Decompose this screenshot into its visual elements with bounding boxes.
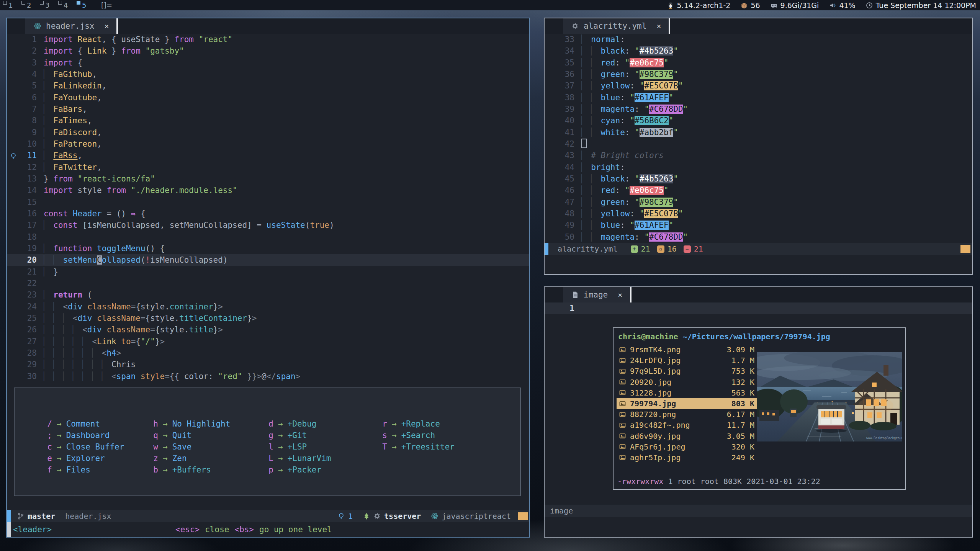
workspace-3[interactable]: 3 <box>39 0 57 10</box>
lf-file-info: -rwxrwxrwx 1 root root 803K 2021-03-01 2… <box>617 477 820 486</box>
lf-file-manager-panel: chris@machine ~/Pictures/wallpapers/7997… <box>613 327 906 490</box>
file-row[interactable]: 9rsmTK4.png3.09 M <box>617 344 757 355</box>
file-row[interactable]: 31228.jpg563 K <box>617 387 757 398</box>
code-line: 26▏ ▏ ▏ ▏ <div className={style.title}> <box>7 324 529 335</box>
code-line: 9▏ FaDiscord, <box>7 127 529 138</box>
tab-caret <box>669 18 670 34</box>
close-icon[interactable]: × <box>656 21 661 31</box>
statusline-filename: image <box>550 506 573 515</box>
code-line: 5▏ FaLinkedin, <box>7 80 529 92</box>
whichkey-item[interactable]: w→Save <box>153 441 230 453</box>
tab-header-jsx[interactable]: header.jsx × <box>25 18 116 34</box>
package-icon: 56 <box>740 1 760 10</box>
whichkey-item[interactable]: /→Comment <box>47 418 124 430</box>
code-line: 28▏ ▏ ▏ ▏ ▏ ▏ <h4> <box>7 347 529 359</box>
tab-image[interactable]: image × <box>563 287 630 302</box>
whichkey-item[interactable]: p→+Packer <box>268 464 331 476</box>
top-status-bar: 12345 []= 5.14.2-arch1-2569.6Gi/31Gi41%T… <box>0 0 980 10</box>
code-buffer-alacritty-yml[interactable]: 33▏ normal:34▏ ▏ black: "#4b5263"35▏ ▏ r… <box>545 34 972 243</box>
git-added-icon: + <box>631 245 638 253</box>
git-branch-icon <box>17 512 25 520</box>
tab-title: alacritty.yml <box>584 21 646 31</box>
diagnostic-count: 1 <box>348 512 353 521</box>
git-removed-icon: − <box>684 245 691 253</box>
whichkey-item[interactable]: ;→Dashboard <box>47 430 124 441</box>
code-line: 7▏ FaBars, <box>7 103 529 115</box>
whichkey-item[interactable]: e→Explorer <box>47 453 124 464</box>
volume-icon <box>829 2 836 9</box>
workspace-5[interactable]: 5 <box>76 0 94 10</box>
whichkey-item[interactable]: b→+Buffers <box>153 464 230 476</box>
whichkey-item[interactable]: h→No Highlight <box>153 418 230 430</box>
whichkey-item[interactable]: z→Zen <box>153 453 230 464</box>
whichkey-item[interactable]: L→+LunarVim <box>268 453 331 464</box>
code-line: 16const Header = () ⇒ { <box>7 208 529 219</box>
whichkey-item[interactable]: s→+Search <box>382 430 455 441</box>
whichkey-item[interactable]: c→Close Buffer <box>47 441 124 453</box>
lf-file-list: 9rsmTK4.png3.09 M24LrDFQ.jpg1.7 M97q9L5D… <box>617 344 757 463</box>
image-file-icon <box>619 454 626 461</box>
code-line: 25▏ ▏ ▏ <div className={style.titleConta… <box>7 312 529 324</box>
code-line: 50▏ ▏ magenta: "#C678DD" <box>545 231 972 243</box>
git-added-count: 21 <box>641 244 650 253</box>
scroll-indicator <box>518 512 528 520</box>
clock-icon: Tue September 14 12:00PM <box>865 1 976 10</box>
close-icon[interactable]: × <box>104 21 109 31</box>
code-line: 30▏ ▏ ▏ ▏ ▏ ▏ ▏ <span style={{ color: "r… <box>7 371 529 382</box>
lsp-gear-icon <box>373 512 381 520</box>
whichkey-item[interactable]: g→+Git <box>268 430 331 441</box>
file-row[interactable]: 20920.jpg132 K <box>617 377 757 387</box>
file-row[interactable]: AFq5r6j.jpeg320 K <box>617 441 757 452</box>
file-row[interactable]: 24LrDFQ.jpg1.7 M <box>617 355 757 366</box>
whichkey-item[interactable]: q→Quit <box>153 430 230 441</box>
editor-window-top-right: alacritty.yml × 33▏ normal:34▏ ▏ black: … <box>544 18 973 275</box>
file-row[interactable]: 799794.jpg803 K <box>617 398 757 409</box>
whichkey-item[interactable]: r→+Replace <box>382 418 455 430</box>
code-line: 11▏ FaRss, <box>7 150 529 161</box>
close-icon[interactable]: × <box>618 290 622 299</box>
code-line: 19▏ function toggleMenu() { <box>7 243 529 254</box>
file-row[interactable]: 882720.png6.17 M <box>617 409 757 420</box>
code-buffer-header-jsx[interactable]: 1import React, { useState } from "react"… <box>7 34 529 382</box>
workspace-2[interactable]: 2 <box>21 0 39 10</box>
gear-icon <box>571 22 579 30</box>
file-row[interactable]: ad6v90y.jpg3.05 M <box>617 431 757 441</box>
file-row[interactable]: 97q9L5D.jpg753 K <box>617 366 757 376</box>
code-line: 40▏ ▏ cyan: "#56B6C2" <box>545 115 972 126</box>
code-line: 3import { <box>7 57 529 69</box>
workspace-4[interactable]: 4 <box>57 0 76 10</box>
whichkey-item[interactable]: l→+LSP <box>268 441 331 453</box>
file-row[interactable]: aghr5Ip.jpg249 K <box>617 452 757 463</box>
code-line: 44▏ bright: <box>545 162 972 173</box>
react-icon <box>34 22 41 30</box>
lf-current-path: ~/Pictures/wallpapers/799794.jpg <box>683 332 830 341</box>
code-line: 1import React, { useState } from "react" <box>7 34 529 45</box>
lf-header: chris@machine ~/Pictures/wallpapers/7997… <box>618 331 905 342</box>
whichkey-item[interactable]: T→+Treesitter <box>382 441 455 453</box>
memory-icon: 9.6Gi/31Gi <box>770 1 819 10</box>
code-line: 29▏ ▏ ▏ ▏ ▏ ▏ ▏ Chris <box>7 359 529 370</box>
code-line: 10▏ FaPatreon, <box>7 138 529 150</box>
statusline-accent <box>545 243 548 255</box>
esc-key-hint: <esc> <box>175 525 200 534</box>
tab-alacritty-yml[interactable]: alacritty.yml × <box>563 18 669 34</box>
tabline-bottom-right: image × <box>545 287 972 302</box>
code-buffer-image[interactable]: 1 <box>545 302 972 314</box>
code-line: 24▏ ▏ <div className={style.container}> <box>7 301 529 312</box>
whichkey-item[interactable]: f→Files <box>47 464 124 476</box>
image-file-icon <box>619 346 626 353</box>
code-line: 1 <box>545 302 972 314</box>
code-line: 20▏ ▏ setMenuCollapsed(!isMenuCollapsed) <box>7 254 529 266</box>
code-line: 17▏ const [isMenuCollapsed, setMenuColla… <box>7 219 529 231</box>
file-row[interactable]: a19c482f~.png11.7 M <box>617 420 757 430</box>
tab-title: header.jsx <box>46 21 94 31</box>
image-file-icon <box>619 389 626 396</box>
workspace-1[interactable]: 1 <box>2 0 21 10</box>
cmdline-bottom-right <box>545 522 972 537</box>
code-line: 15 <box>7 196 529 208</box>
code-line: 34▏ ▏ black: "#4b5263" <box>545 45 972 57</box>
status-modules: 5.14.2-arch1-2569.6Gi/31Gi41%Tue Septemb… <box>667 1 976 10</box>
statusline-left: master header.jsx 1 tsserver javascriptr… <box>7 510 529 522</box>
whichkey-item[interactable]: d→+Debug <box>268 418 331 430</box>
image-file-icon <box>619 443 626 450</box>
